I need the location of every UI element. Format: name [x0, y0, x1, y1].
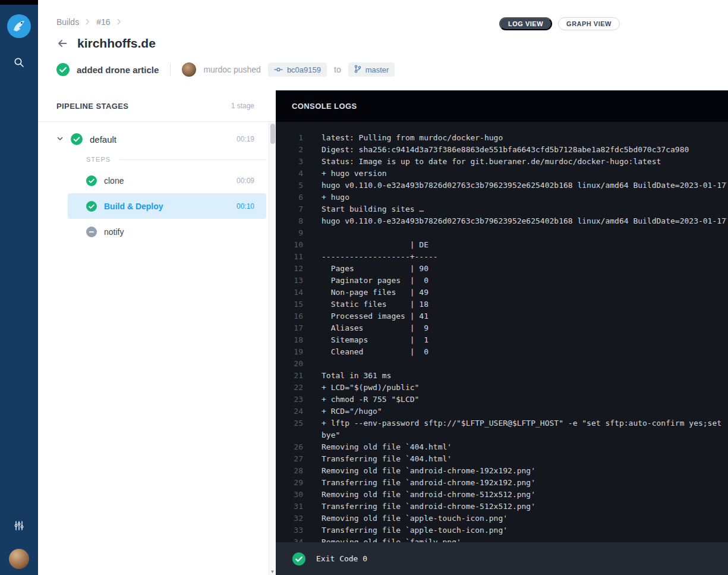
pipeline-header: PIPELINE STAGES 1 stage [38, 90, 276, 122]
log-line-text: Transferring file `android-chrome-512x51… [322, 501, 727, 513]
commit-message: added drone article [77, 65, 159, 75]
steps-list: clone00:09Build & Deploy00:10notify [38, 168, 276, 244]
branch-icon [354, 65, 361, 75]
log-line-text: Processed images | 41 [322, 310, 727, 322]
log-line-number: 11 [276, 251, 303, 263]
log-line-text: Total in 361 ms [322, 370, 727, 382]
log-line: 23+ chmod -R 755 "$LCD" [276, 394, 728, 406]
log-line-text: hugo v0.110.0-e32a493b7826d02763c3b79623… [322, 215, 727, 227]
log-line-text: Aliases | 9 [322, 322, 727, 334]
log-line-number: 22 [276, 382, 303, 394]
log-line: 25+ lftp --env-password sftp://"$LFTP_US… [276, 417, 728, 429]
log-line-text: Non-page files | 49 [322, 287, 727, 299]
topbar: Builds #16 kirchhoffs.de added drone art… [38, 0, 728, 90]
step-row-notify[interactable]: notify [68, 219, 266, 244]
status-success-icon [71, 133, 83, 145]
step-duration: 00:09 [237, 177, 254, 185]
log-line: 10 | DE [276, 239, 728, 251]
pipeline-scrollbar[interactable]: ▼ [269, 122, 276, 575]
log-line-text: Removing old file `android-chrome-192x19… [322, 465, 727, 477]
settings-sliders-icon[interactable] [14, 520, 24, 531]
log-line: 2Digest: sha256:c9414d3a73f386e8863de551… [276, 144, 728, 156]
log-line-text: hugo v0.110.0-e32a493b7826d02763c3b79623… [322, 180, 727, 191]
log-line-number: 14 [276, 287, 303, 299]
stage-name: default [90, 134, 229, 144]
scrollbar-down-arrow[interactable]: ▼ [269, 569, 276, 574]
log-view-button[interactable]: LOG VIEW [499, 17, 552, 30]
console-log[interactable]: 1latest: Pulling from murdoc/docker-hugo… [276, 122, 728, 575]
log-line: 14 Non-page files | 49 [276, 287, 728, 299]
log-line-number: 18 [276, 334, 303, 346]
pipeline-title: PIPELINE STAGES [56, 102, 231, 111]
status-success-icon [86, 175, 97, 186]
search-icon[interactable] [14, 57, 24, 68]
console-panel: CONSOLE LOGS 1latest: Pulling from murdo… [276, 90, 728, 575]
log-line-text: Transferring file `android-chrome-192x19… [322, 477, 727, 489]
exit-code-bar: Exit Code 0 [276, 542, 728, 575]
stage-duration: 00:19 [237, 135, 254, 143]
log-line-number: 7 [276, 203, 303, 215]
log-line-text: Sitemaps | 1 [322, 334, 727, 346]
log-line-text: Start building sites … [322, 203, 727, 215]
step-row-clone[interactable]: clone00:09 [68, 168, 266, 193]
log-line: 20 [276, 358, 728, 370]
log-line: 29Transferring file `android-chrome-192x… [276, 477, 728, 489]
log-line-number: 13 [276, 275, 303, 287]
exit-success-icon [292, 552, 305, 565]
log-line-number: 6 [276, 191, 303, 203]
log-line-text: + hugo [322, 191, 727, 203]
log-line-text: Paginator pages | 0 [322, 275, 727, 287]
log-line-number: 5 [276, 180, 303, 191]
steps-label: STEPS [86, 156, 111, 163]
divider [170, 63, 171, 76]
log-line: 1latest: Pulling from murdoc/docker-hugo [276, 132, 728, 144]
log-line-number: 3 [276, 156, 303, 168]
chevron-right-icon [86, 17, 90, 27]
log-line: 11-------------------+----- [276, 251, 728, 263]
log-line-number: 21 [276, 370, 303, 382]
sidebar [0, 0, 38, 575]
log-line: 19 Cleaned | 0 [276, 346, 728, 358]
back-arrow-icon[interactable] [56, 37, 68, 49]
log-line: 7Start building sites … [276, 203, 728, 215]
commit-row: added drone article murdoc pushed bc0a91… [56, 62, 395, 77]
log-line-text: Digest: sha256:c9414d3a73f386e8863de551b… [322, 144, 727, 156]
log-line-text: Static files | 18 [322, 299, 727, 310]
log-line: 12 Pages | 90 [276, 263, 728, 275]
log-line: 13 Paginator pages | 0 [276, 275, 728, 287]
log-line-number: 16 [276, 310, 303, 322]
woodpecker-logo-icon[interactable] [7, 14, 31, 38]
log-line: 16 Processed images | 41 [276, 310, 728, 322]
branch-badge[interactable]: master [348, 62, 395, 77]
chevron-right-icon [117, 17, 121, 27]
log-line-number: 23 [276, 394, 303, 406]
log-line-text: Pages | 90 [322, 263, 727, 275]
log-line-number: 24 [276, 406, 303, 417]
pushed-by-label: murdoc pushed [203, 65, 261, 74]
breadcrumb-builds-link[interactable]: Builds [56, 17, 79, 27]
log-line: 6+ hugo [276, 191, 728, 203]
log-line: 28Removing old file `android-chrome-192x… [276, 465, 728, 477]
user-avatar[interactable] [9, 549, 29, 569]
log-line-number: 30 [276, 489, 303, 501]
log-line-text: + lftp --env-password sftp://"$LFTP_USER… [322, 417, 727, 429]
log-line: bye" [276, 429, 728, 441]
title-row: kirchhoffs.de [56, 36, 156, 51]
log-line-number: 25 [276, 417, 303, 429]
log-line-text: Transferring file `404.html' [322, 453, 727, 465]
divider [119, 159, 266, 160]
log-line-text: -------------------+----- [322, 251, 727, 263]
log-line-number: 2 [276, 144, 303, 156]
scrollbar-thumb[interactable] [270, 124, 275, 144]
commit-sha-badge[interactable]: bc0a9159 [268, 62, 327, 77]
step-name: Build & Deploy [104, 202, 229, 211]
step-row-build-deploy[interactable]: Build & Deploy00:10 [68, 193, 266, 219]
stage-row-default[interactable]: default 00:19 [38, 126, 276, 152]
log-line-number: 33 [276, 524, 303, 536]
graph-view-button[interactable]: GRAPH VIEW [558, 17, 620, 30]
log-line: 33Transferring file `apple-touch-icon.pn… [276, 524, 728, 536]
steps-label-row: STEPS [86, 156, 266, 163]
log-line-text: Cleaned | 0 [322, 346, 727, 358]
breadcrumb-build-number[interactable]: #16 [96, 17, 110, 27]
step-duration: 00:10 [237, 202, 254, 210]
